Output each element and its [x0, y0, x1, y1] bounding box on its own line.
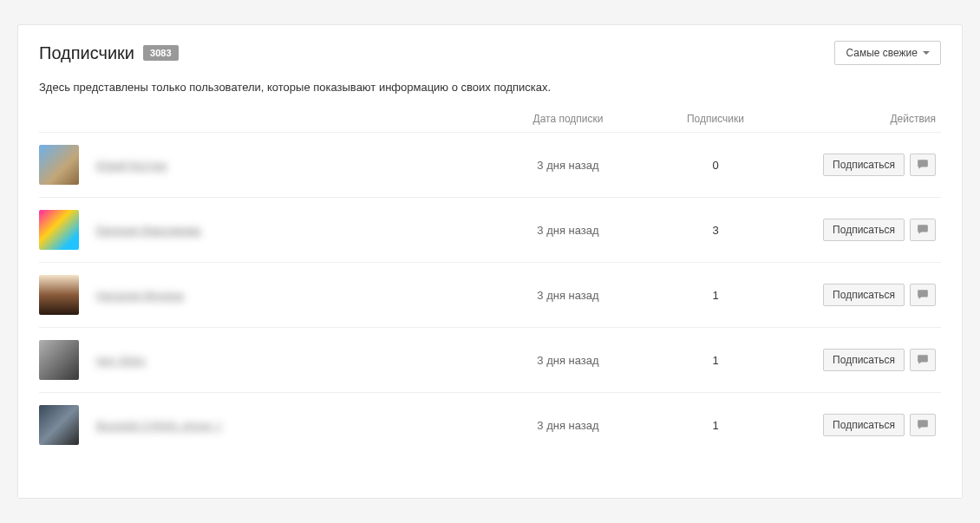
subscription-date: 3 дня назад — [537, 224, 598, 237]
col-header-actions: Действия — [785, 113, 941, 125]
subscriber-count: 1 — [712, 354, 718, 367]
followers-count-badge: 3083 — [143, 45, 178, 61]
sort-dropdown[interactable]: Самые свежие — [834, 41, 941, 65]
avatar[interactable] — [39, 145, 79, 185]
col-header-subscribers: Подписчики — [646, 113, 785, 125]
message-button[interactable] — [910, 414, 936, 436]
table-row: Наталия Мухина3 дня назад1Подписаться — [39, 262, 941, 327]
col-header-date: Дата подписки — [490, 113, 646, 125]
comment-icon — [917, 353, 929, 368]
table-row: Юрий Костюк3 дня назад0Подписаться — [39, 132, 941, 197]
comment-icon — [917, 223, 929, 238]
message-button[interactable] — [910, 349, 936, 371]
user-name-link[interactable]: Наталия Мухина — [96, 289, 184, 302]
subscription-date: 3 дня назад — [537, 159, 598, 172]
header-left: Подписчики 3083 — [39, 43, 179, 63]
page-title: Подписчики — [39, 43, 134, 63]
table-body: Юрий Костюк3 дня назад0ПодписатьсяЕвгени… — [39, 132, 941, 457]
subscribe-button[interactable]: Подписаться — [823, 284, 905, 306]
subscribe-button[interactable]: Подписаться — [823, 219, 905, 241]
user-name-link[interactable]: Евгения Максимова — [96, 224, 200, 237]
user-name-link[interactable]: Igor Sirbu — [96, 354, 145, 367]
message-button[interactable] — [910, 219, 936, 241]
user-name-link[interactable]: Юрий Костюк — [96, 159, 167, 172]
table-row: Igor Sirbu3 дня назад1Подписаться — [39, 327, 941, 392]
avatar[interactable] — [39, 210, 79, 250]
subscriber-count: 3 — [712, 224, 718, 237]
subscribe-button[interactable]: Подписаться — [823, 154, 905, 176]
subscription-date: 3 дня назад — [537, 289, 598, 302]
subscribe-button[interactable]: Подписаться — [823, 414, 905, 436]
fade-overlay — [18, 477, 962, 498]
subscriber-count: 0 — [712, 159, 718, 172]
subscriber-count: 1 — [712, 419, 718, 432]
subscription-date: 3 дня назад — [537, 354, 598, 367]
header: Подписчики 3083 Самые свежие — [39, 41, 941, 65]
comment-icon — [917, 418, 929, 433]
table-row: Buzuluki CANAL group :)3 дня назад1Подпи… — [39, 392, 941, 457]
message-button[interactable] — [910, 154, 936, 176]
followers-card: Подписчики 3083 Самые свежие Здесь предс… — [17, 24, 963, 499]
user-name-link[interactable]: Buzuluki CANAL group :) — [96, 419, 221, 432]
subscription-date: 3 дня назад — [537, 419, 598, 432]
subscriber-count: 1 — [712, 289, 718, 302]
table-row: Евгения Максимова3 дня назад3Подписаться — [39, 197, 941, 262]
avatar[interactable] — [39, 405, 79, 445]
sort-label: Самые свежие — [846, 47, 918, 59]
chevron-down-icon — [923, 51, 930, 55]
avatar[interactable] — [39, 275, 79, 315]
info-text: Здесь представлены только пользователи, … — [39, 81, 941, 94]
comment-icon — [917, 288, 929, 303]
table-header: Дата подписки Подписчики Действия — [39, 106, 941, 132]
comment-icon — [917, 158, 929, 173]
subscribe-button[interactable]: Подписаться — [823, 349, 905, 371]
message-button[interactable] — [910, 284, 936, 306]
avatar[interactable] — [39, 340, 79, 380]
